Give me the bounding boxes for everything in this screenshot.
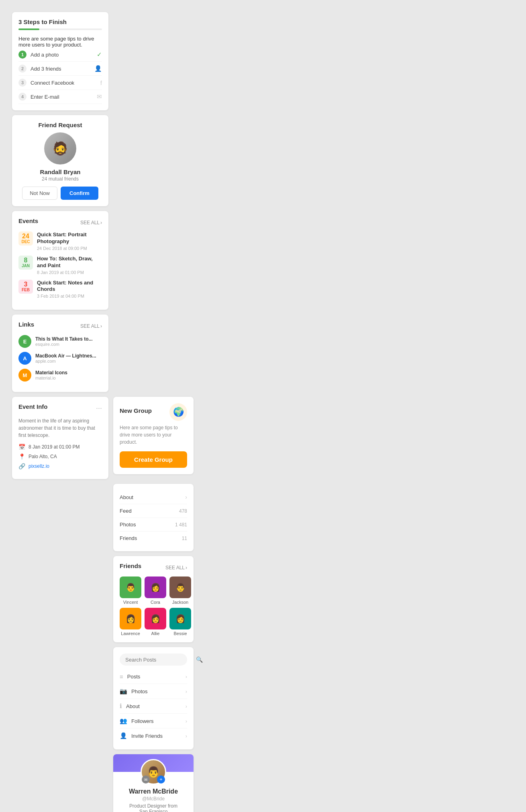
menu-photos[interactable]: Photos 1 481	[120, 518, 187, 532]
confirm-button[interactable]: Confirm	[61, 187, 98, 200]
event-3-info: Quick Start: Notes and Chords 3 Feb 2019…	[37, 280, 102, 299]
nav-about[interactable]: ℹ About ›	[120, 699, 187, 714]
friend-jackson-avatar: 👨	[169, 577, 191, 598]
links-see-all[interactable]: SEE ALL ›	[80, 323, 102, 329]
warren-avatar: 👨 + ✉	[141, 759, 166, 785]
link-1[interactable]: E This Is What It Takes to... esquire.co…	[18, 335, 102, 348]
friend-mutual: 24 mutual friends	[18, 176, 102, 182]
event-3[interactable]: 3 FEB Quick Start: Notes and Chords 3 Fe…	[18, 280, 102, 299]
mail-icon[interactable]: ✉	[142, 775, 150, 784]
friends-grid: 👨 Vincent 👩 Cora 👨 Jackson 👩 Lawrence 👩 …	[120, 577, 187, 636]
step-1-num: 1	[18, 51, 27, 59]
menu-friends[interactable]: Friends 11	[120, 532, 187, 545]
search-input[interactable]	[125, 657, 193, 663]
step-4-label: Enter E-mail	[31, 94, 93, 100]
nav-list: ≡ Posts › 📷 Photos › ℹ About › 👥 Followe…	[120, 670, 187, 743]
progress-bar-fill	[18, 28, 39, 30]
nav-followers[interactable]: 👥 Followers ›	[120, 714, 187, 729]
profile-body: 👨 + ✉ Warren McBride @McBride Product De…	[113, 759, 194, 812]
event-info-date: 8 Jan 2019 at 01:00 PM	[29, 444, 80, 450]
nav-followers-arrow: ›	[186, 718, 187, 724]
about-menu-card: About › Feed 478 Photos 1 481 Friends 11	[113, 484, 194, 551]
event-info-card: Event Info ··· Moment in the life of any…	[12, 397, 108, 479]
nav-photos-arrow: ›	[186, 688, 187, 694]
event-2[interactable]: 8 JAN How To: Sketch, Draw, and Paint 8 …	[18, 256, 102, 275]
friend-allie-avatar: 👩	[145, 608, 166, 629]
friend-cora[interactable]: 👩 Cora	[145, 577, 166, 605]
progress-bar-wrap	[18, 28, 102, 30]
link-1-info: This Is What It Takes to... esquire.com	[35, 336, 92, 347]
link-1-icon: E	[18, 335, 31, 348]
friend-bessie[interactable]: 👩 Bessie	[169, 608, 191, 636]
events-header: Events SEE ALL ›	[18, 217, 102, 227]
link-3[interactable]: M Material Icons material.io	[18, 369, 102, 382]
add-friend-icon[interactable]: +	[157, 775, 165, 784]
nav-invite[interactable]: 👤 Invite Friends ›	[120, 729, 187, 743]
event-2-info: How To: Sketch, Draw, and Paint 8 Jan 20…	[37, 256, 102, 275]
event-1-info: Quick Start: Portrait Photography 24 Dec…	[37, 231, 102, 251]
steps-title: 3 Steps to Finish	[18, 18, 102, 25]
step-4[interactable]: 4 Enter E-mail ✉	[18, 90, 102, 104]
event-info-website[interactable]: pixsellz.io	[29, 463, 49, 469]
posts-icon: ≡	[120, 673, 123, 680]
friend-vincent[interactable]: 👨 Vincent	[120, 577, 141, 605]
friend-request-title: Friend Request	[18, 122, 102, 128]
new-group-title: New Group	[120, 407, 152, 414]
events-title: Events	[18, 217, 38, 224]
nav-invite-arrow: ›	[186, 733, 187, 739]
friend-bessie-avatar: 👩	[169, 608, 191, 629]
new-group-subtitle: Here are some page tips to drive more us…	[120, 424, 187, 446]
step-2-num: 2	[18, 65, 27, 73]
event-info-location: Palo Alto, CA	[29, 454, 57, 459]
nav-about-arrow: ›	[186, 703, 187, 709]
search-bar[interactable]: 🔍	[120, 654, 187, 666]
event-info-header: Event Info ···	[18, 403, 102, 413]
new-group-header: New Group 🌍	[120, 403, 187, 421]
search-nav-card: 🔍 ≡ Posts › 📷 Photos › ℹ About › 👥 Follo…	[113, 647, 194, 749]
nav-photos[interactable]: 📷 Photos ›	[120, 684, 187, 699]
step-4-num: 4	[18, 93, 27, 101]
friend-jackson[interactable]: 👨 Jackson	[169, 577, 191, 605]
steps-subtitle: Here are some page tips to drive more us…	[18, 36, 102, 48]
menu-feed[interactable]: Feed 478	[120, 504, 187, 518]
about-menu-list: About › Feed 478 Photos 1 481 Friends 11	[120, 490, 187, 545]
warren-title: Product Designer from San Franisco	[120, 803, 187, 812]
links-card: Links SEE ALL › E This Is What It Takes …	[12, 315, 108, 392]
step-1-label: Add a photo	[31, 52, 93, 58]
event-2-date: 8 JAN	[18, 256, 33, 270]
friend-request-actions: Not Now Confirm	[18, 187, 102, 200]
event-3-date: 3 FEB	[18, 280, 33, 294]
profile-avatar-wrap: 👨 + ✉	[141, 759, 166, 785]
photos-icon: 📷	[120, 688, 127, 695]
events-card: Events SEE ALL › 24 DEC Quick Start: Por…	[12, 211, 108, 310]
step-3[interactable]: 3 Connect Facebook f	[18, 76, 102, 90]
event-info-dots[interactable]: ···	[96, 404, 102, 412]
avatar: 🧔	[44, 132, 76, 164]
search-icon: 🔍	[196, 656, 203, 663]
step-3-num: 3	[18, 79, 27, 87]
step-2-icon: 👤	[94, 65, 102, 72]
create-group-button[interactable]: Create Group	[120, 451, 187, 468]
nav-posts[interactable]: ≡ Posts ›	[120, 670, 187, 684]
not-now-button[interactable]: Not Now	[22, 187, 57, 200]
event-info-title: Event Info	[18, 403, 48, 410]
step-4-icon: ✉	[97, 93, 102, 100]
events-see-all[interactable]: SEE ALL ›	[80, 220, 102, 225]
invite-icon: 👤	[120, 732, 127, 739]
friend-cora-avatar: 👩	[145, 577, 166, 598]
event-info-date-row: 📅 8 Jan 2019 at 01:00 PM	[18, 444, 102, 450]
event-info-website-row[interactable]: 🔗 pixsellz.io	[18, 463, 102, 469]
followers-icon: 👥	[120, 717, 127, 725]
friend-lawrence[interactable]: 👩 Lawrence	[120, 608, 141, 636]
link-3-icon: M	[18, 369, 31, 382]
friend-lawrence-avatar: 👩	[120, 608, 141, 629]
step-2[interactable]: 2 Add 3 friends 👤	[18, 62, 102, 76]
event-1[interactable]: 24 DEC Quick Start: Portrait Photography…	[18, 231, 102, 251]
step-1[interactable]: 1 Add a photo ✓	[18, 48, 102, 62]
event-1-date: 24 DEC	[18, 231, 33, 246]
link-2[interactable]: A MacBook Air — Lightnes... apple.com	[18, 352, 102, 365]
menu-about[interactable]: About ›	[120, 490, 187, 504]
friend-allie[interactable]: 👩 Allie	[145, 608, 166, 636]
nav-posts-arrow: ›	[186, 674, 187, 680]
friends-see-all[interactable]: SEE ALL ›	[165, 565, 187, 570]
